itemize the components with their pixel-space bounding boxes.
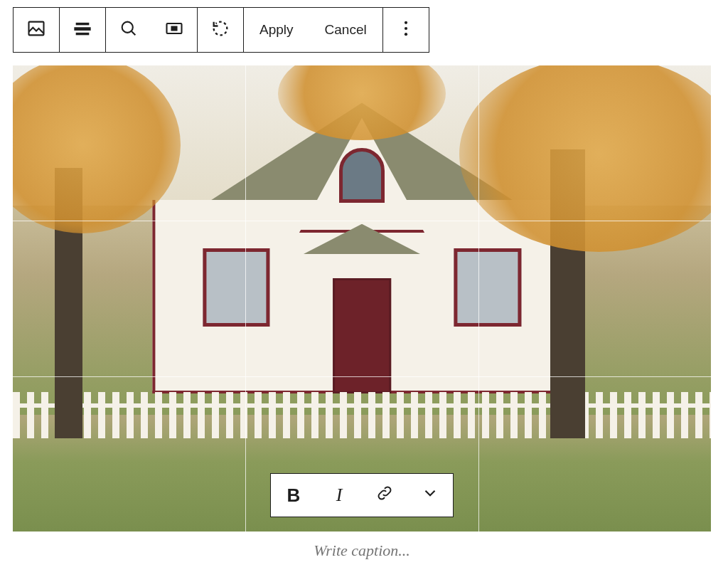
zoom-button[interactable] — [106, 8, 151, 52]
toolbar-group-more — [383, 8, 429, 52]
svg-rect-3 — [76, 32, 90, 35]
caption-input[interactable] — [13, 532, 711, 560]
aspect-ratio-icon — [164, 18, 184, 42]
toolbar-group-crop-tools — [106, 8, 198, 52]
link-icon — [375, 484, 394, 507]
block-toolbar: Apply Cancel — [13, 7, 429, 53]
more-format-button[interactable] — [407, 474, 453, 517]
svg-rect-2 — [74, 27, 90, 31]
apply-button[interactable]: Apply — [244, 8, 309, 52]
svg-rect-1 — [76, 22, 90, 24]
svg-point-7 — [405, 21, 407, 23]
italic-button[interactable]: I — [316, 474, 362, 517]
cancel-button[interactable]: Cancel — [309, 8, 382, 52]
chevron-down-icon — [421, 484, 439, 507]
rotate-icon — [210, 18, 230, 42]
toolbar-group-actions: Apply Cancel — [244, 8, 383, 52]
alignment-button[interactable] — [60, 8, 105, 52]
alignment-full-icon — [73, 18, 92, 42]
svg-point-9 — [405, 33, 407, 36]
more-options-icon — [396, 18, 416, 42]
image-editor-canvas[interactable]: B I — [13, 65, 711, 532]
svg-rect-0 — [29, 21, 44, 35]
edited-image — [13, 65, 711, 532]
zoom-icon — [119, 18, 139, 42]
bold-button[interactable]: B — [271, 474, 316, 517]
image-block-icon — [26, 18, 46, 42]
caption-format-toolbar: B I — [270, 473, 454, 517]
link-button[interactable] — [362, 474, 407, 517]
svg-line-5 — [132, 31, 135, 35]
more-options-button[interactable] — [383, 8, 429, 52]
block-type-button[interactable] — [14, 8, 59, 52]
toolbar-group-rotate — [198, 8, 244, 52]
aspect-ratio-button[interactable] — [151, 8, 197, 52]
rotate-button[interactable] — [198, 8, 243, 52]
toolbar-group-block-type — [14, 8, 60, 52]
toolbar-group-alignment — [60, 8, 106, 52]
svg-point-4 — [122, 21, 133, 32]
svg-point-8 — [405, 26, 407, 29]
